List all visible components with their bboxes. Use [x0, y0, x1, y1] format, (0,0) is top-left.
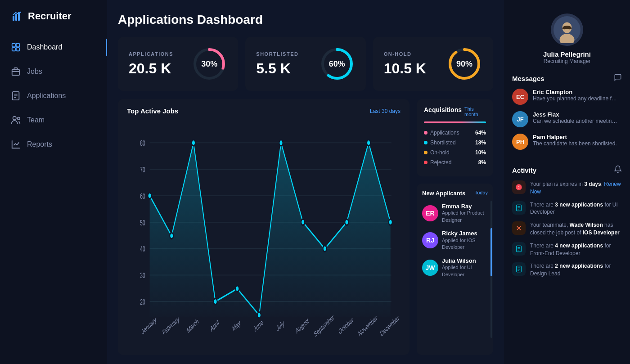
applicant-item-ricky[interactable]: RJ Ricky James Applied for IOS Developer [422, 230, 488, 251]
kpi-label-shortlisted: SHORTLISTED [256, 51, 298, 57]
acquisitions-bar [424, 121, 486, 123]
applicant-item-julia[interactable]: JW Julia Wilson Applied for UI Developer [422, 257, 488, 278]
page-title: Applications Dashboard [118, 13, 493, 27]
kpi-card-applications: APPLICATIONS 20.5 K 30% [118, 37, 238, 91]
sidebar-item-applications[interactable]: Applications [0, 84, 107, 108]
acq-dot-applications [424, 131, 428, 135]
svg-text:June: June [253, 318, 264, 333]
activity-item-1: There are 3 new applications for UI Deve… [512, 201, 622, 216]
svg-rect-0 [13, 16, 14, 21]
svg-text:60: 60 [140, 192, 145, 200]
profile-section: Julia Pellegrini Recruiting Manager [512, 9, 622, 64]
acq-dot-shortlisted [424, 141, 428, 144]
kpi-label-applications: APPLICATIONS [129, 51, 173, 57]
logo-area: Recruiter [0, 0, 107, 35]
svg-point-44 [345, 219, 348, 225]
svg-text:30: 30 [140, 271, 145, 279]
scrollbar-thumb [490, 228, 492, 276]
new-applicants-title: New Applicants [422, 190, 465, 198]
acquisitions-panel: Acquisitions This month Applications 64%… [417, 99, 493, 176]
acq-item-rejected: Rejected 8% [424, 159, 486, 166]
message-item-pam[interactable]: PH Pam Halpert The candidate has been sh… [512, 134, 622, 150]
svg-text:August: August [295, 316, 310, 335]
activity-title: Activity [512, 166, 536, 174]
message-item-eric[interactable]: EC Eric Clampton Have you planned any de… [512, 89, 622, 105]
kpi-value-applications: 20.5 K [129, 60, 173, 77]
jobs-icon [11, 67, 21, 76]
acq-dot-onhold [424, 151, 428, 154]
msg-avatar-jess: JF [512, 111, 528, 127]
applicant-avatar-julia: JW [422, 260, 438, 276]
kpi-percent-shortlisted: 60% [329, 59, 345, 69]
logo-text: Recruiter [28, 10, 72, 22]
sidebar-item-dashboard[interactable]: Dashboard [0, 35, 107, 59]
acquisitions-subtitle: This month [464, 106, 486, 117]
main-content: Applications Dashboard APPLICATIONS 20.5… [107, 0, 504, 364]
sidebar-item-reports[interactable]: Reports [0, 132, 107, 157]
activity-icon-doc2 [512, 242, 526, 256]
activity-icon[interactable] [614, 165, 622, 175]
messages-icon[interactable] [614, 73, 622, 83]
kpi-percent-onhold: 90% [456, 59, 472, 69]
sidebar-item-jobs[interactable]: Jobs [0, 59, 107, 84]
svg-text:20: 20 [140, 297, 145, 306]
msg-avatar-pam: PH [512, 134, 528, 150]
svg-point-14 [18, 117, 20, 120]
reports-icon [11, 139, 21, 149]
circle-chart-shortlisted: 60% [319, 46, 355, 82]
acq-item-onhold: On-hold 10% [424, 149, 486, 156]
chart-panel: Top Active Jobs Last 30 days [118, 99, 410, 355]
profile-avatar [551, 13, 583, 46]
messages-title: Messages [512, 75, 544, 82]
sidebar-item-team[interactable]: Team [0, 108, 107, 132]
kpi-row: APPLICATIONS 20.5 K 30% SHORTLISTED 5.5 … [118, 37, 493, 91]
kpi-value-onhold: 10.5 K [384, 60, 426, 77]
svg-text:40: 40 [140, 245, 145, 253]
svg-text:80: 80 [140, 139, 145, 147]
activity-item-4: There are 2 new applications for Design … [512, 262, 622, 278]
activity-section: Activity Your plan is expires in 3 days.… [512, 165, 622, 355]
messages-section: Messages EC Eric Clampton Have you plann… [512, 73, 622, 156]
activity-icon-alert [512, 180, 526, 194]
svg-point-40 [257, 312, 261, 318]
sidebar-nav: Dashboard Jobs Applications [0, 35, 107, 364]
svg-text:May: May [231, 318, 241, 333]
svg-point-13 [13, 117, 16, 120]
svg-point-38 [214, 298, 217, 304]
new-applicants-period: Today [475, 190, 488, 195]
svg-rect-4 [16, 44, 19, 47]
circle-chart-applications: 30% [191, 46, 227, 82]
svg-point-41 [279, 140, 283, 146]
svg-rect-1 [15, 14, 17, 21]
chart-svg: 80 70 60 50 40 30 20 [127, 120, 400, 347]
far-right-panel: Julia Pellegrini Recruiting Manager Mess… [504, 0, 630, 364]
svg-point-43 [323, 246, 327, 252]
svg-point-42 [301, 219, 305, 225]
svg-text:February: February [162, 315, 180, 337]
kpi-value-shortlisted: 5.5 K [256, 60, 298, 77]
applicant-avatar-ricky: RJ [422, 232, 438, 248]
svg-text:January: January [140, 315, 157, 336]
chart-period[interactable]: Last 30 days [370, 108, 400, 114]
circle-chart-onhold: 90% [446, 46, 482, 82]
svg-text:November: November [357, 313, 378, 338]
acq-item-applications: Applications 64% [424, 130, 486, 136]
svg-text:50: 50 [140, 218, 145, 227]
svg-point-45 [367, 140, 370, 146]
svg-point-46 [389, 219, 392, 225]
chart-area: 80 70 60 50 40 30 20 [127, 120, 400, 347]
team-icon [11, 115, 21, 125]
svg-rect-3 [12, 44, 15, 47]
svg-rect-7 [12, 69, 20, 75]
applicant-avatar-emma: ER [422, 205, 438, 221]
message-item-jess[interactable]: JF Jess Flax Can we schedule another mee… [512, 111, 622, 127]
bottom-row: Top Active Jobs Last 30 days [118, 99, 493, 355]
svg-point-39 [235, 286, 239, 292]
applications-icon [11, 91, 21, 101]
right-column: Acquisitions This month Applications 64%… [417, 99, 493, 355]
svg-point-36 [170, 233, 173, 238]
scrollbar[interactable] [490, 201, 492, 338]
kpi-card-onhold: ON-HOLD 10.5 K 90% [373, 37, 493, 91]
svg-text:March: March [186, 317, 199, 335]
applicant-item-emma[interactable]: ER Emma Ray Applied for Product Designer [422, 203, 488, 224]
